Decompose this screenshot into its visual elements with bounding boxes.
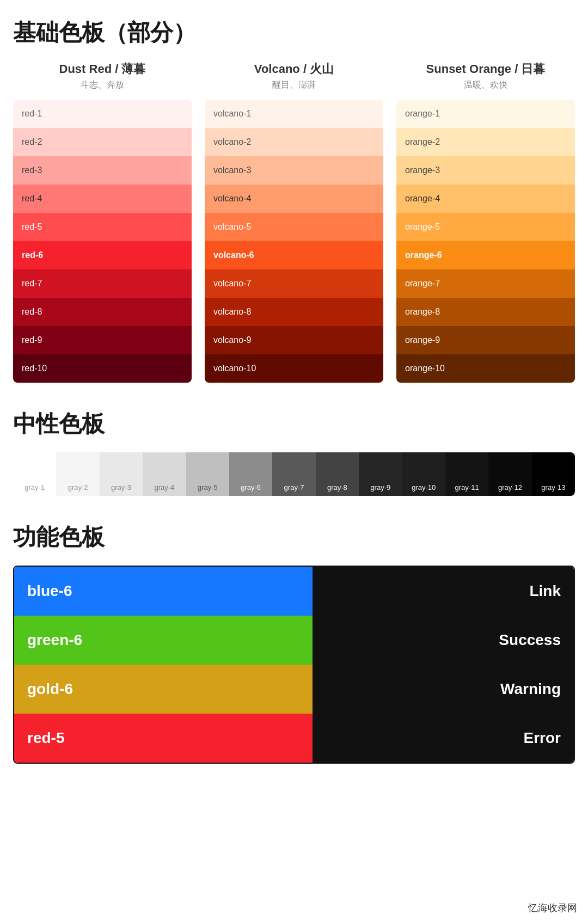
swatch-sunset-orange-3: orange-3 — [396, 156, 575, 185]
functional-row-success: green-6Success — [14, 616, 574, 665]
functional-left-label-link: blue-6 — [27, 582, 72, 600]
swatch-label-sunset-orange-3: orange-3 — [405, 165, 440, 175]
gray-swatch-3: gray-3 — [100, 452, 143, 496]
palette-header-sunset-orange: Sunset Orange / 日暮温暖、欢快 — [396, 61, 575, 91]
swatch-label-volcano-1: volcano-1 — [213, 109, 251, 119]
palette-header-volcano: Volcano / 火山醒目、澎湃 — [205, 61, 383, 91]
gray-label-12: gray-12 — [498, 483, 522, 492]
swatch-label-sunset-orange-6: orange-6 — [405, 250, 442, 260]
gray-swatch-7: gray-7 — [272, 452, 315, 496]
functional-row-warning: gold-6Warning — [14, 665, 574, 714]
functional-left-link: blue-6 — [14, 567, 313, 616]
swatch-dust-red-3: red-3 — [13, 156, 192, 185]
gray-swatch-9: gray-9 — [359, 452, 402, 496]
functional-left-success: green-6 — [14, 616, 313, 665]
gray-row: gray-1gray-2gray-3gray-4gray-5gray-6gray… — [13, 452, 575, 496]
palette-header-dust-red: Dust Red / 薄暮斗志、奔放 — [13, 61, 192, 91]
swatch-label-dust-red-5: red-5 — [22, 222, 42, 232]
functional-left-label-success: green-6 — [27, 631, 82, 649]
swatch-label-dust-red-3: red-3 — [22, 165, 42, 175]
functional-left-label-warning: gold-6 — [27, 680, 73, 698]
swatch-dust-red-6: red-6 — [13, 241, 192, 269]
swatch-volcano-4: volcano-4 — [205, 185, 383, 213]
swatch-dust-red-8: red-8 — [13, 298, 192, 326]
palette-col-subtitle-volcano: 醒目、澎湃 — [205, 79, 383, 91]
gray-label-13: gray-13 — [541, 483, 565, 492]
swatch-sunset-orange-10: orange-10 — [396, 354, 575, 383]
palette-col-title-dust-red: Dust Red / 薄暮 — [13, 61, 192, 77]
functional-right-link: Link — [313, 567, 574, 616]
palette-col-title-sunset-orange: Sunset Orange / 日暮 — [396, 61, 575, 77]
functional-row-error: red-5Error — [14, 714, 574, 763]
gray-swatch-11: gray-11 — [445, 452, 488, 496]
gray-swatch-10: gray-10 — [402, 452, 445, 496]
swatch-volcano-3: volcano-3 — [205, 156, 383, 185]
swatch-dust-red-2: red-2 — [13, 128, 192, 156]
functional-right-label-success: Success — [499, 631, 561, 649]
gray-label-2: gray-2 — [68, 483, 88, 492]
gray-label-5: gray-5 — [198, 483, 218, 492]
palette-columns: Dust Red / 薄暮斗志、奔放red-1red-2red-3red-4re… — [13, 61, 575, 383]
swatch-volcano-2: volcano-2 — [205, 128, 383, 156]
functional-right-label-link: Link — [529, 582, 561, 600]
functional-left-label-error: red-5 — [27, 729, 64, 747]
swatch-label-volcano-9: volcano-9 — [213, 335, 251, 345]
swatch-label-volcano-3: volcano-3 — [213, 165, 251, 175]
gray-swatch-4: gray-4 — [143, 452, 186, 496]
basic-palette-section: 基础色板（部分） Dust Red / 薄暮斗志、奔放red-1red-2red… — [13, 17, 575, 383]
swatch-label-sunset-orange-2: orange-2 — [405, 137, 440, 147]
swatch-dust-red-1: red-1 — [13, 100, 192, 128]
swatch-dust-red-5: red-5 — [13, 213, 192, 241]
swatch-label-sunset-orange-10: orange-10 — [405, 364, 445, 373]
gray-label-7: gray-7 — [284, 483, 304, 492]
swatch-label-dust-red-7: red-7 — [22, 279, 42, 288]
swatch-label-sunset-orange-4: orange-4 — [405, 194, 440, 204]
swatches-dust-red: red-1red-2red-3red-4red-5red-6red-7red-8… — [13, 100, 192, 383]
palette-col-subtitle-dust-red: 斗志、奔放 — [13, 79, 192, 91]
swatch-label-sunset-orange-8: orange-8 — [405, 307, 440, 317]
swatch-label-sunset-orange-1: orange-1 — [405, 109, 440, 119]
palette-column-dust-red: Dust Red / 薄暮斗志、奔放red-1red-2red-3red-4re… — [13, 61, 192, 383]
swatch-sunset-orange-6: orange-6 — [396, 241, 575, 269]
functional-palette-title: 功能色板 — [13, 522, 575, 552]
gray-label-10: gray-10 — [412, 483, 436, 492]
palette-column-sunset-orange: Sunset Orange / 日暮温暖、欢快orange-1orange-2o… — [396, 61, 575, 383]
swatch-sunset-orange-2: orange-2 — [396, 128, 575, 156]
gray-label-3: gray-3 — [111, 483, 131, 492]
swatches-volcano: volcano-1volcano-2volcano-3volcano-4volc… — [205, 100, 383, 383]
swatch-label-dust-red-1: red-1 — [22, 109, 42, 119]
functional-right-success: Success — [313, 616, 574, 665]
swatch-sunset-orange-7: orange-7 — [396, 269, 575, 298]
gray-swatch-12: gray-12 — [488, 452, 531, 496]
swatch-label-sunset-orange-5: orange-5 — [405, 222, 440, 232]
functional-left-error: red-5 — [14, 714, 313, 763]
swatch-label-volcano-2: volcano-2 — [213, 137, 251, 147]
gray-label-6: gray-6 — [241, 483, 261, 492]
swatches-sunset-orange: orange-1orange-2orange-3orange-4orange-5… — [396, 100, 575, 383]
functional-palette-section: 功能色板 blue-6Linkgreen-6Successgold-6Warni… — [13, 522, 575, 764]
swatch-volcano-10: volcano-10 — [205, 354, 383, 383]
swatch-volcano-9: volcano-9 — [205, 326, 383, 354]
palette-col-title-volcano: Volcano / 火山 — [205, 61, 383, 77]
swatch-label-volcano-7: volcano-7 — [213, 279, 251, 288]
gray-swatch-1: gray-1 — [13, 452, 56, 496]
swatch-sunset-orange-1: orange-1 — [396, 100, 575, 128]
swatch-dust-red-9: red-9 — [13, 326, 192, 354]
swatch-label-dust-red-2: red-2 — [22, 137, 42, 147]
gray-label-9: gray-9 — [370, 483, 390, 492]
swatch-sunset-orange-8: orange-8 — [396, 298, 575, 326]
swatch-label-dust-red-10: red-10 — [22, 364, 47, 373]
swatch-volcano-6: volcano-6 — [205, 241, 383, 269]
swatch-sunset-orange-5: orange-5 — [396, 213, 575, 241]
swatch-label-volcano-4: volcano-4 — [213, 194, 251, 204]
swatch-dust-red-7: red-7 — [13, 269, 192, 298]
gray-swatch-5: gray-5 — [186, 452, 229, 496]
swatch-label-dust-red-9: red-9 — [22, 335, 42, 345]
gray-swatch-8: gray-8 — [316, 452, 359, 496]
swatch-sunset-orange-9: orange-9 — [396, 326, 575, 354]
swatch-volcano-7: volcano-7 — [205, 269, 383, 298]
swatch-label-dust-red-6: red-6 — [22, 250, 43, 260]
neutral-palette-section: 中性色板 gray-1gray-2gray-3gray-4gray-5gray-… — [13, 409, 575, 496]
swatch-label-volcano-10: volcano-10 — [213, 364, 256, 373]
gray-label-11: gray-11 — [455, 483, 479, 492]
